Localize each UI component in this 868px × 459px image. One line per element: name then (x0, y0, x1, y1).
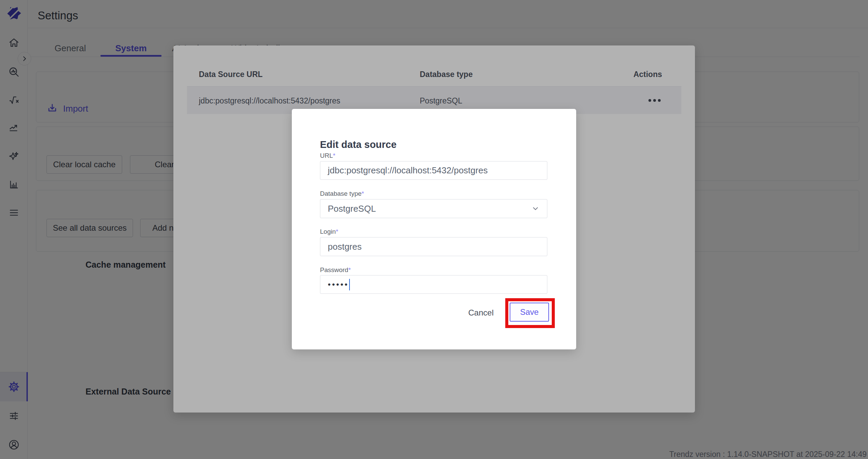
text-caret (349, 279, 350, 290)
required-asterisk: * (348, 266, 351, 273)
required-asterisk: * (333, 152, 335, 159)
login-input-value: postgres (328, 242, 362, 252)
login-field-label: Login* (320, 228, 338, 235)
chevron-down-icon (531, 205, 540, 213)
screen: Settings General System AI Assistant Whi… (0, 0, 868, 459)
required-asterisk: * (336, 228, 338, 235)
annotation-highlight-box (505, 298, 555, 328)
dialog-title: Edit data source (320, 139, 397, 150)
cancel-button[interactable]: Cancel (468, 308, 494, 318)
password-field-label: Password* (320, 266, 351, 274)
password-input[interactable]: ••••• (320, 275, 547, 294)
database-type-select[interactable]: PostgreSQL (320, 199, 547, 218)
login-input[interactable]: postgres (320, 237, 547, 256)
url-input-value: jdbc:postgresql://localhost:5432/postgre… (328, 165, 488, 176)
database-type-select-value: PostgreSQL (328, 204, 376, 214)
url-field-label: URL* (320, 152, 335, 159)
required-asterisk: * (362, 190, 364, 197)
password-masked-value: ••••• (328, 275, 349, 294)
url-input[interactable]: jdbc:postgresql://localhost:5432/postgre… (320, 161, 547, 180)
database-type-field-label: Database type* (320, 190, 364, 197)
